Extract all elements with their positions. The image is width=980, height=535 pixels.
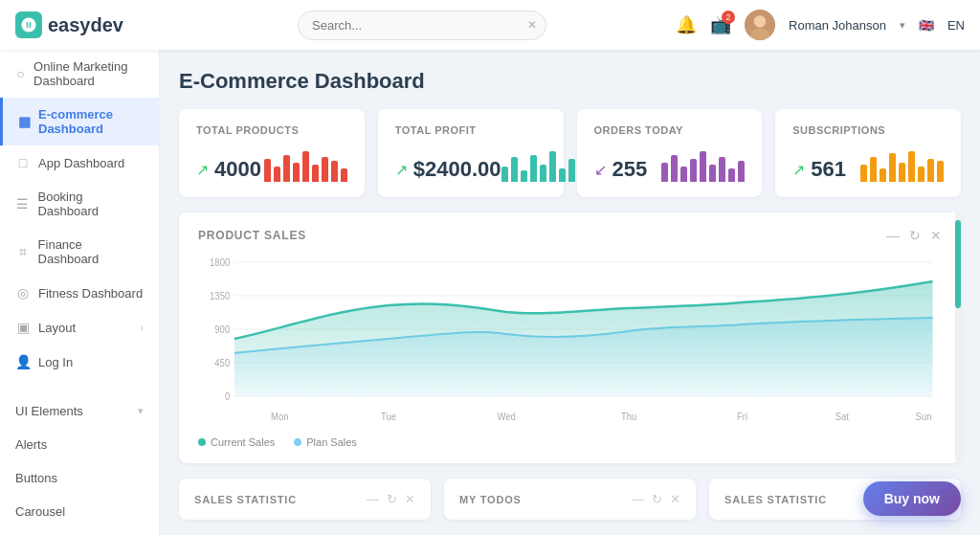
messages-icon[interactable]: 📺 2	[710, 14, 731, 35]
alerts-label: Alerts	[15, 437, 47, 452]
bottom-card-todos-title: MY TODOS	[459, 494, 522, 505]
mini-bar	[927, 159, 934, 182]
sidebar-item-layout[interactable]: ▣ Layout ›	[0, 310, 159, 345]
svg-text:Mon: Mon	[271, 412, 288, 422]
mini-bar	[293, 163, 300, 182]
mini-bar	[264, 159, 271, 182]
sidebar-item-app[interactable]: □ App Dashboard	[0, 145, 159, 180]
search-bar: ✕	[168, 11, 676, 40]
fitness-icon: ◎	[15, 285, 31, 301]
total-products-value: 4000	[214, 157, 261, 182]
mini-bar	[680, 167, 687, 182]
sidebar-item-buttons[interactable]: Buttons	[0, 461, 159, 495]
sidebar-item-collapse[interactable]: Collapse	[0, 528, 159, 535]
total-profit-trend-icon: ↗	[395, 161, 408, 179]
card2-minimize-icon[interactable]: —	[632, 492, 644, 506]
sidebar-item-label: Finance Dashboard	[38, 237, 144, 266]
logo-icon	[15, 11, 42, 38]
messages-badge: 2	[722, 11, 735, 24]
mini-bar	[880, 168, 886, 182]
svg-text:Tue: Tue	[381, 412, 396, 422]
sidebar-item-login[interactable]: 👤 Log In	[0, 345, 159, 379]
mini-bar	[521, 170, 527, 182]
chart-minimize-icon[interactable]: —	[886, 228, 900, 243]
total-products-label: TOTAL PRODUCTS	[196, 124, 347, 136]
search-clear-icon[interactable]: ✕	[527, 18, 537, 32]
subscriptions-label: SUBSCRIPTIONS	[792, 124, 944, 136]
subscriptions-chart	[860, 144, 944, 182]
svg-text:900: 900	[214, 324, 230, 335]
stat-card-total-products: TOTAL PRODUCTS ↗ 4000	[179, 109, 365, 197]
sidebar-item-finance[interactable]: ⌗ Finance Dashboard	[0, 228, 159, 276]
card1-refresh-icon[interactable]: ↻	[387, 492, 397, 506]
chart-controls: — ↻ ✕	[886, 228, 942, 243]
online-marketing-icon: ○	[15, 66, 26, 81]
svg-text:0: 0	[225, 391, 231, 402]
mini-bar	[511, 157, 518, 182]
language-flag: 🇬🇧	[919, 18, 934, 33]
buttons-label: Buttons	[15, 471, 57, 485]
layout-arrow-icon: ›	[140, 322, 144, 333]
product-sales-title: PRODUCT SALES	[198, 229, 306, 242]
sidebar: ○ Online Marketing Dashboard ▦ E-commerc…	[0, 50, 160, 535]
svg-text:Sun: Sun	[916, 412, 932, 422]
total-products-chart	[264, 144, 347, 182]
sidebar-item-carousel[interactable]: Carousel	[0, 495, 159, 528]
svg-text:Wed: Wed	[498, 412, 516, 422]
sidebar-item-alerts[interactable]: Alerts	[0, 428, 159, 461]
main-layout: ○ Online Marketing Dashboard ▦ E-commerc…	[0, 50, 980, 535]
carousel-label: Carousel	[15, 504, 65, 519]
card1-close-icon[interactable]: ✕	[405, 492, 415, 506]
main-content: E-Commerce Dashboard TOTAL PRODUCTS ↗ 40…	[160, 50, 980, 535]
card2-close-icon[interactable]: ✕	[670, 492, 680, 506]
bottom-row: SALES STATISTIC — ↻ ✕ MY TODOS — ↻ ✕	[179, 479, 961, 520]
booking-icon: ☰	[15, 196, 30, 212]
sidebar-item-online-marketing[interactable]: ○ Online Marketing Dashboard	[0, 50, 159, 98]
nav-right: 🔔 📺 2 Roman Johanson ▾ 🇬🇧 EN	[676, 10, 965, 40]
sidebar-section-ui[interactable]: UI Elements ▾	[0, 394, 159, 428]
bottom-card-sales-1: SALES STATISTIC — ↻ ✕	[179, 479, 431, 520]
stat-card-orders-today: ORDERS TODAY ↙ 255	[577, 109, 763, 197]
mini-bar	[559, 168, 566, 182]
product-sales-svg: 1800 1350 900 450 0 Mon Tue Wed Thu Fri …	[198, 253, 942, 425]
sidebar-item-label: Log In	[38, 355, 73, 369]
subscriptions-value: 561	[811, 157, 846, 182]
sidebar-ui-label: UI Elements	[15, 404, 83, 418]
mini-bar	[860, 165, 867, 182]
buy-now-button[interactable]: Buy now	[863, 481, 961, 516]
language-label[interactable]: EN	[947, 18, 965, 33]
user-dropdown-icon[interactable]: ▾	[900, 19, 905, 32]
sidebar-item-fitness[interactable]: ◎ Fitness Dashboard	[0, 276, 159, 310]
notifications-icon[interactable]: 🔔	[676, 14, 697, 35]
sidebar-item-ecommerce[interactable]: ▦ E-commerce Dashboard	[0, 98, 159, 145]
card2-refresh-icon[interactable]: ↻	[652, 492, 662, 506]
chart-refresh-icon[interactable]: ↻	[909, 228, 921, 243]
svg-text:450: 450	[214, 358, 230, 368]
logo[interactable]: easydev	[15, 11, 168, 38]
mini-bar	[918, 167, 924, 182]
mini-bar	[302, 151, 309, 182]
total-profit-value: $2400.00	[413, 157, 501, 182]
sidebar-item-booking[interactable]: ☰ Booking Dashboard	[0, 180, 159, 228]
legend-current-sales: Current Sales	[198, 436, 275, 448]
orders-today-trend-icon: ↙	[594, 161, 607, 179]
ecommerce-icon: ▦	[18, 114, 31, 129]
card1-minimize-icon[interactable]: —	[367, 492, 379, 506]
layout-icon: ▣	[15, 320, 31, 335]
search-input[interactable]	[298, 11, 546, 40]
chart-scrollbar[interactable]	[955, 212, 961, 463]
current-sales-label: Current Sales	[211, 436, 275, 448]
plan-sales-label: Plan Sales	[306, 436, 357, 448]
mini-bar	[501, 167, 508, 182]
sidebar-item-label: Fitness Dashboard	[38, 286, 143, 301]
mini-bar	[331, 161, 338, 182]
chart-close-icon[interactable]: ✕	[930, 228, 942, 243]
mini-bar	[540, 165, 546, 182]
svg-text:1800: 1800	[210, 257, 231, 268]
mini-bar	[700, 151, 706, 182]
total-profit-label: TOTAL PROFIT	[395, 124, 546, 136]
mini-bar	[671, 155, 678, 182]
mini-bar	[709, 165, 716, 182]
avatar[interactable]	[745, 10, 775, 40]
legend-plan-sales: Plan Sales	[294, 436, 357, 448]
